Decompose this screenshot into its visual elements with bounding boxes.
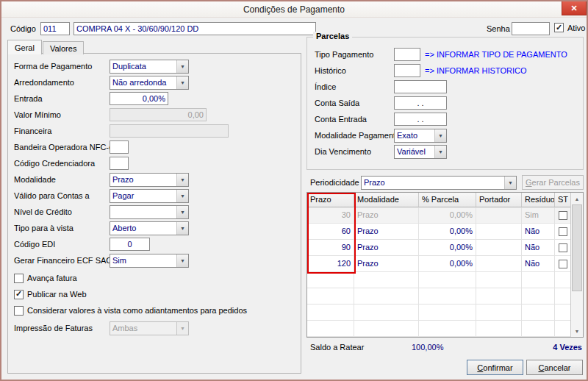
cell-modalidade: Prazo — [354, 240, 419, 256]
grid-row[interactable]: 30 Prazo 0,00% Sim — [307, 207, 570, 224]
codigo-edi-input[interactable] — [110, 238, 150, 251]
window-title: Condições de Pagamento — [243, 4, 345, 15]
periodicidade-select[interactable]: Prazo ▼ — [361, 176, 517, 190]
valido-contas-value: Pagar — [110, 190, 176, 202]
close-icon: ✕ — [570, 4, 577, 13]
grid-empty-row[interactable] — [307, 321, 570, 337]
forma-pagamento-select[interactable]: Duplicata ▼ — [110, 60, 189, 74]
field-codigo-edi: Código EDI — [8, 236, 301, 252]
dia-vencimento-select[interactable]: Variável ▼ — [394, 145, 447, 159]
cancelar-button[interactable]: Cancelar — [526, 360, 583, 375]
codigo-input[interactable] — [40, 22, 70, 35]
scroll-thumb[interactable] — [572, 204, 582, 291]
chevron-down-icon: ▼ — [176, 174, 188, 186]
indice-input[interactable] — [394, 80, 447, 93]
bandeira-operadora-input[interactable] — [110, 140, 129, 154]
tab-page-geral: Forma de Pagamento Duplicata ▼ Arredonda… — [7, 53, 301, 374]
column-header-modalidade[interactable]: Modalidade — [354, 193, 419, 207]
publicar-web-checkbox[interactable]: ✓ Publicar na Web — [14, 290, 87, 299]
chevron-down-icon: ▼ — [434, 146, 446, 158]
gerar-parcelas-button: Gerar Parcelas — [522, 175, 584, 190]
checkbox-block: Avança fatura ✓ Publicar na Web Consider… — [8, 270, 301, 318]
column-header-prazo[interactable]: Prazo — [307, 193, 354, 207]
valor-minimo-label: Valor Mínimo — [14, 110, 110, 119]
st-checkbox[interactable] — [559, 211, 567, 220]
considerar-adiantamentos-checkbox[interactable]: Considerar valores à vista como adiantam… — [14, 306, 247, 316]
tab-valores[interactable]: Valores — [43, 41, 84, 54]
scroll-down-button[interactable]: ▼ — [571, 325, 583, 337]
tab-geral[interactable]: Geral — [7, 40, 42, 54]
field-valido-contas: Válido para Contas a Pagar ▼ — [8, 188, 301, 204]
st-checkbox[interactable] — [559, 243, 567, 252]
tipo-pagamento-hint: => INFORMAR TIPO DE PAGAMENTO — [425, 50, 567, 59]
grid-empty-row[interactable] — [307, 288, 570, 305]
ativo-checkbox[interactable]: ✓ Ativo — [554, 23, 585, 32]
avanca-fatura-box — [14, 274, 24, 283]
historico-input[interactable] — [394, 64, 420, 77]
grid-empty-row[interactable] — [307, 272, 570, 288]
impressao-faturas-select: Ambas ▼ — [110, 321, 189, 335]
scroll-up-button[interactable]: ▲ — [571, 193, 583, 204]
st-checkbox[interactable] — [559, 260, 567, 268]
confirmar-button[interactable]: Confirmar — [467, 360, 523, 375]
nivel-credito-select[interactable]: ▼ — [110, 205, 189, 219]
field-tipo-vista: Tipo para à vista Aberto ▼ — [8, 220, 301, 236]
entrada-label: Entrada — [14, 94, 110, 103]
parcelas-group: Parcelas Tipo Pagamento => INFORMAR TIPO… — [306, 37, 584, 170]
codigo-edi-label: Código EDI — [14, 240, 110, 249]
codigo-label: Código — [10, 24, 36, 33]
grid-empty-row[interactable] — [307, 305, 570, 321]
modalidade-pagamento-select[interactable]: Exato ▼ — [394, 129, 447, 143]
tipo-vista-select[interactable]: Aberto ▼ — [110, 221, 189, 235]
cell-parcela: 0,00% — [419, 256, 476, 272]
scroll-track[interactable] — [571, 204, 583, 325]
chevron-down-icon: ▼ — [176, 222, 188, 235]
ativo-label: Ativo — [567, 24, 585, 32]
tipo-pagamento-input[interactable] — [394, 48, 420, 61]
nivel-credito-label: Nível de Crédito — [14, 207, 110, 216]
arredondamento-select[interactable]: Não arredonda ▼ — [110, 76, 189, 90]
senha-input[interactable] — [512, 22, 550, 35]
field-codigo-credenciadora: Código Credenciadora — [8, 155, 301, 171]
senha-label: Senha — [487, 24, 510, 33]
gerar-financeiro-label: Gerar Financeiro ECF SAC — [14, 256, 110, 265]
title-bar: Condições de Pagamento ✕ — [1, 1, 587, 18]
field-valor-minimo: Valor Mínimo — [8, 107, 301, 123]
descricao-input[interactable] — [74, 22, 316, 35]
st-checkbox[interactable] — [559, 227, 567, 236]
column-header-portador[interactable]: Portador — [476, 193, 522, 207]
field-tipo-pagamento: Tipo Pagamento => INFORMAR TIPO DE PAGAM… — [307, 46, 583, 63]
grid-row[interactable]: 120 Prazo 0,00% Não — [307, 256, 570, 272]
avanca-fatura-checkbox[interactable]: Avança fatura — [14, 274, 77, 283]
grid-scrollbar[interactable]: ▲ ▼ — [570, 193, 583, 337]
modalidade-select[interactable]: Prazo ▼ — [110, 173, 189, 187]
gerar-financeiro-select[interactable]: Sim ▼ — [110, 254, 189, 268]
cell-parcela: 0,00% — [419, 240, 476, 256]
conta-saida-input[interactable] — [394, 96, 447, 110]
column-header-residuo[interactable]: Resíduo — [522, 193, 555, 207]
field-entrada: Entrada — [8, 90, 301, 107]
historico-label: Histórico — [315, 66, 394, 75]
valido-contas-label: Válido para Contas a — [14, 191, 110, 200]
cell-prazo: 30 — [307, 207, 354, 224]
grid-row[interactable]: 60 Prazo 0,00% Não — [307, 224, 570, 240]
entrada-input[interactable] — [110, 92, 168, 105]
cell-modalidade: Prazo — [354, 224, 419, 240]
scroll-up-icon: ▲ — [575, 196, 580, 202]
forma-pagamento-label: Forma de Pagamento — [14, 62, 110, 71]
grid-row[interactable]: 90 Prazo 0,00% Não — [307, 240, 570, 256]
column-header-parcela[interactable]: % Parcela — [419, 193, 476, 207]
indice-label: Índice — [315, 82, 394, 91]
conta-saida-label: Conta Saída — [315, 99, 394, 107]
conta-entrada-input[interactable] — [394, 113, 447, 126]
field-financeira: Financeira — [8, 123, 301, 139]
tab-strip: Geral Valores — [7, 39, 85, 54]
field-conta-entrada: Conta Entrada — [307, 111, 583, 127]
column-header-st[interactable]: ST — [555, 193, 570, 207]
cell-residuo: Não — [522, 224, 555, 240]
close-button[interactable]: ✕ — [562, 1, 587, 15]
valido-contas-select[interactable]: Pagar ▼ — [110, 189, 189, 203]
tab-valores-label: Valores — [50, 44, 76, 53]
codigo-credenciadora-input[interactable] — [110, 157, 129, 170]
cell-modalidade: Prazo — [354, 207, 419, 224]
